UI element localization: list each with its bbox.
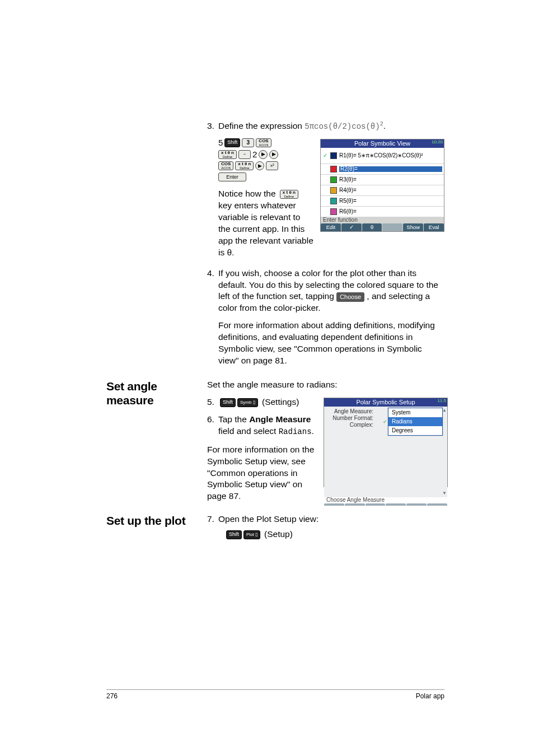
heading-set-up-the-plot: Set up the plot [106,514,200,528]
step-3: 3. Define the expression 5πcos(θ/2)cos(θ… [207,120,444,132]
step-4-number: 4. [207,268,218,315]
page-footer: 276 Polar app [106,689,444,700]
cos-key: COSACOS [256,138,271,147]
calc2-title: Polar Symbolic Setup [356,399,415,405]
calc1-r2: R2(θ)= [339,166,442,172]
calc1-r6: R6(θ)= [339,209,442,214]
step-3-text-before: Define the expression [218,121,305,130]
plot-key: Plot ▯ [243,530,260,539]
calc1-r5: R5(θ)= [339,198,442,204]
calc1-battery: 10:20 [432,140,443,144]
step-3-expression: 5πcos(θ/2)cos(θ) [305,122,380,131]
color-swatch-6 [330,208,337,215]
step-6-text-a: Tap the [218,414,249,424]
enter-key: Enter [218,172,246,181]
softkey-edit: Edit [321,223,341,231]
divide-key: ÷ [238,150,251,159]
xttn-key-2: x t θ nDefine [235,161,254,170]
step-6-text-c: . [312,426,314,436]
color-swatch-5 [330,198,337,204]
cursor-right-key-2: ▶ [269,150,278,159]
symb-key: Symb ▯ [237,398,258,407]
step-6-text-b: field and select [218,426,279,436]
shift-key: Shift [224,138,240,147]
step-7-text: Open the Plot Setup view: [218,514,444,525]
key-two-label: 2 [252,150,257,159]
notice-b: key enters whatever variable is relevant… [218,200,313,257]
x-squared-key: x² [266,161,278,170]
calc1-enter-prompt: Enter function [321,217,444,223]
step-6-number: 6. [207,414,218,437]
label-complex: Complex: [327,422,376,428]
shift-key-step5: Shift [220,398,236,407]
check-icon: ✓ [322,153,328,158]
softkey-empty [382,223,402,231]
calc1-r1: R1(θ)= 5∗π∗COS(θ/2)∗COS(θ)² [339,153,442,158]
label-angle-measure: Angle Measure: [327,409,376,414]
calc1-title: Polar Symbolic View [354,140,410,147]
step-5-paren: (Settings) [262,397,299,407]
step-6: 6. Tap the Angle Measure field and selec… [207,414,317,437]
calc1-r4: R4(θ)= [339,188,442,193]
step-4: 4. If you wish, choose a color for the p… [207,268,444,315]
softkey-show: Show [403,223,423,231]
calc2-battery: 11:5 [437,399,446,403]
step-3-number: 3. [207,120,218,132]
scroll-up-icon: ▲ [442,408,447,413]
xttn-key-inline: x t θ nDefine [280,190,298,199]
cursor-right-key-3: ▶ [255,161,264,170]
color-swatch-1 [330,152,337,159]
choose-pill: Choose [336,292,364,302]
footer-page-number: 276 [106,692,118,700]
cos-key-2: COSACOS [218,161,233,170]
step-7: 7. Open the Plot Setup view: Shift Plot … [207,514,444,543]
angle-measure-dropdown: System Radians Degrees [388,408,443,436]
step-7-paren: (Setup) [264,529,293,540]
polar-symbolic-setup-screenshot: Polar Symbolic Setup 11:5 ▲ ▼ Angle Meas… [324,398,448,487]
key-five-label: 5 [218,138,223,147]
polar-symbolic-view-screenshot: Polar Symbolic View 10:20 ✓ R1(θ)= 5∗π∗C… [320,139,444,232]
scroll-down-icon: ▼ [442,491,447,496]
step-3-text-after: . [383,121,386,130]
label-number-format: Number Format: [327,416,376,421]
step-6-bold: Angle Measure [249,414,311,424]
softkey-eval: Eval [424,223,444,231]
dropdown-opt-degrees: Degrees [388,426,442,435]
cursor-right-key-1: ▶ [259,150,268,159]
dropdown-opt-system: System [388,408,442,417]
calc1-r3: R3(θ)= [339,177,442,183]
step-6-mono: Radians [279,427,312,436]
angle-lead: Set the angle measure to radians: [207,379,444,391]
color-swatch-2 [330,166,337,172]
footer-section: Polar app [416,692,444,700]
color-swatch-3 [330,176,337,183]
heading-set-angle-measure: Set angle measure [106,379,200,407]
notice-a: Notice how the [218,189,278,198]
step-5: 5. Shift Symb ▯ (Settings) [207,396,317,408]
after-step-4-para: For more information about adding defini… [218,320,444,367]
step-7-number: 7. [207,514,218,543]
color-swatch-4 [330,187,337,194]
xttn-key: x t θ nDefine [218,150,237,159]
dropdown-opt-radians: Radians [388,417,442,426]
step-5-number: 5. [207,396,218,408]
shift-key-step7: Shift [226,530,242,539]
calc2-status: Choose Angle Measure [324,497,447,503]
three-key: 3 [242,138,254,147]
softkey-theta: θ [362,223,382,231]
softkey-check: ✓ [341,223,362,231]
